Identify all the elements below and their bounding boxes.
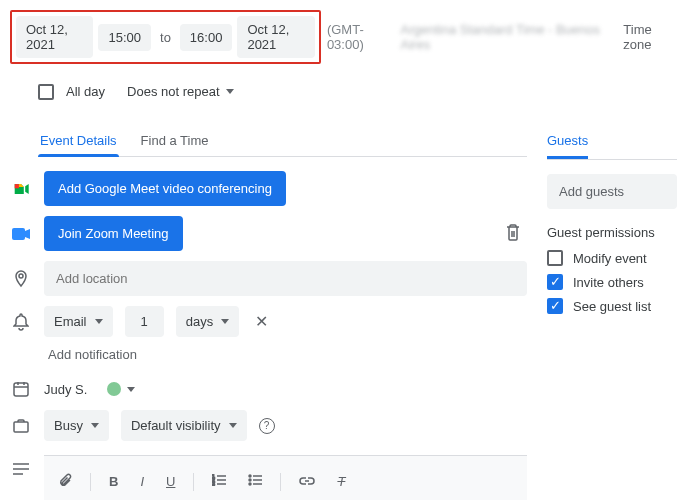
attach-icon[interactable] [54, 468, 76, 495]
permissions-title: Guest permissions [547, 225, 677, 240]
svg-rect-3 [14, 383, 28, 396]
add-meet-button[interactable]: Add Google Meet video conferencing [44, 171, 286, 206]
delete-conferencing-icon[interactable] [499, 217, 527, 250]
underline-icon[interactable]: U [162, 470, 179, 493]
calendar-owner-icon [10, 381, 32, 397]
gmt-label: (GMT-03:00) [327, 22, 393, 52]
end-date[interactable]: Oct 12, 2021 [237, 16, 314, 58]
italic-icon[interactable]: I [136, 470, 148, 493]
chevron-down-icon [226, 89, 234, 94]
visibility-dropdown[interactable]: Default visibility [121, 410, 247, 441]
owner-name: Judy S. [44, 382, 87, 397]
remove-notification-icon[interactable]: ✕ [251, 308, 272, 335]
invite-others-label: Invite others [573, 275, 644, 290]
repeat-dropdown[interactable]: Does not repeat [117, 78, 244, 105]
allday-checkbox[interactable] [38, 84, 54, 100]
chevron-down-icon [221, 319, 229, 324]
meet-icon [10, 182, 32, 196]
svg-rect-1 [12, 228, 25, 240]
notif-type-dropdown[interactable]: Email [44, 306, 113, 337]
join-zoom-button[interactable]: Join Zoom Meeting [44, 216, 183, 251]
location-icon [10, 270, 32, 288]
tab-event-details[interactable]: Event Details [38, 125, 119, 156]
chevron-down-icon [229, 423, 237, 428]
start-date[interactable]: Oct 12, 2021 [16, 16, 93, 58]
add-notification-link[interactable]: Add notification [48, 347, 527, 362]
tabs: Event Details Find a Time [38, 125, 527, 157]
modify-event-checkbox[interactable] [547, 250, 563, 266]
help-icon[interactable]: ? [259, 418, 275, 434]
clear-format-icon[interactable]: T [333, 470, 349, 493]
chevron-down-icon [127, 387, 135, 392]
modify-event-label: Modify event [573, 251, 647, 266]
svg-point-10 [249, 483, 251, 485]
chevron-down-icon [91, 423, 99, 428]
link-icon[interactable] [295, 470, 319, 493]
timezone-link[interactable]: Time zone [623, 22, 677, 52]
availability-dropdown[interactable]: Busy [44, 410, 109, 441]
briefcase-icon [10, 419, 32, 433]
svg-rect-4 [14, 422, 28, 432]
allday-label: All day [66, 84, 105, 99]
notification-icon [10, 313, 32, 331]
description-icon [10, 455, 32, 475]
see-guest-list-label: See guest list [573, 299, 651, 314]
numbered-list-icon[interactable]: 123 [208, 470, 230, 493]
svg-point-9 [249, 479, 251, 481]
invite-others-checkbox[interactable] [547, 274, 563, 290]
bold-icon[interactable]: B [105, 470, 122, 493]
guests-title: Guests [547, 125, 588, 159]
end-time[interactable]: 16:00 [180, 24, 233, 51]
zoom-icon [10, 228, 32, 240]
start-time[interactable]: 15:00 [98, 24, 151, 51]
svg-point-2 [19, 274, 23, 278]
owner-color-dropdown[interactable] [99, 378, 143, 400]
timezone-name: Argentina Standard Time - Buenos Aires [401, 22, 608, 52]
svg-point-8 [249, 475, 251, 477]
color-dot [107, 382, 121, 396]
datetime-picker: Oct 12, 2021 15:00 to 16:00 Oct 12, 2021 [10, 10, 321, 64]
to-label: to [156, 30, 175, 45]
location-input[interactable] [44, 261, 527, 296]
bullet-list-icon[interactable] [244, 470, 266, 493]
tab-find-a-time[interactable]: Find a Time [139, 125, 211, 156]
notif-unit-dropdown[interactable]: days [176, 306, 239, 337]
add-guests-input[interactable]: Add guests [547, 174, 677, 209]
svg-text:3: 3 [212, 481, 215, 486]
editor-toolbar: B I U 123 T [50, 462, 521, 500]
see-guest-list-checkbox[interactable] [547, 298, 563, 314]
notif-number[interactable]: 1 [125, 306, 164, 337]
chevron-down-icon [95, 319, 103, 324]
